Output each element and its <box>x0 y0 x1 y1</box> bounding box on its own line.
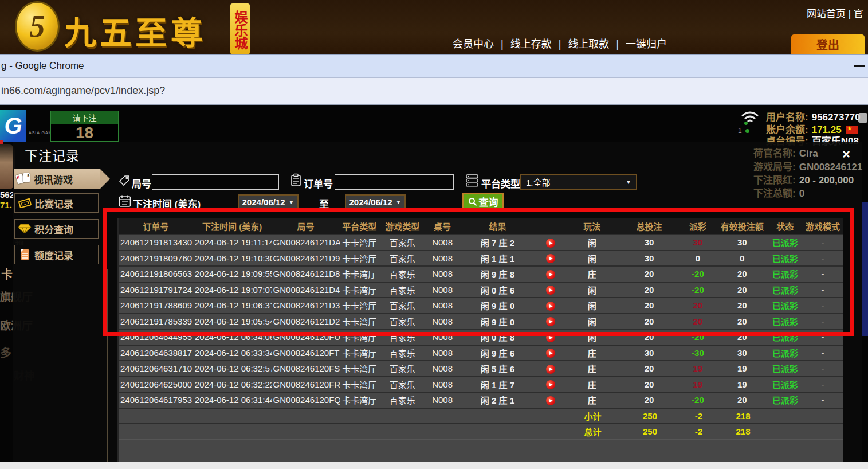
tab-label: 额度记录 <box>34 248 73 262</box>
chevron-down-icon: ▼ <box>396 199 402 205</box>
chevron-down-icon: ▼ <box>289 199 294 205</box>
table-empty-area <box>119 439 843 463</box>
cell-valid_bet: 19 <box>716 380 768 389</box>
cell-play: 庄 <box>565 378 619 390</box>
order-number-label: 订单号 <box>304 176 333 190</box>
totals-payout: -2 <box>680 427 717 436</box>
cell-replay <box>536 347 565 358</box>
cell-bet_time: 2024-06-12 06:31:44 <box>193 395 272 405</box>
cell-mode: - <box>802 348 843 358</box>
replay-button[interactable] <box>546 349 555 358</box>
totals-valid-bet: 218 <box>717 411 769 421</box>
nav-member-center[interactable]: 会员中心 <box>453 38 494 50</box>
grand-total-row: 总计250-2218 <box>119 423 843 439</box>
logo-glyph: 5 <box>30 9 45 44</box>
highlight-annotation-box <box>103 208 854 336</box>
cell-result: 闲 5 庄 6 <box>459 362 536 374</box>
dealer-name-row: 荷官名称:Cira <box>753 145 818 159</box>
chevron-down-icon: ▼ <box>626 179 631 185</box>
top-links[interactable]: 网站首页 | 官 <box>807 6 863 20</box>
url-text[interactable]: in66.com/agingame/pcv1/index.jsp? <box>1 85 165 97</box>
cell-platform: 卡卡湾厅 <box>340 347 379 359</box>
cell-valid_bet: 19 <box>716 364 768 373</box>
cell-total_bet: 20 <box>619 395 680 405</box>
main-nav: 会员中心|线上存款|线上取款|一键归户 <box>453 36 667 50</box>
order-number-input[interactable] <box>335 174 454 190</box>
cell-result: 闲 1 庄 7 <box>459 378 536 390</box>
cell-round_id: GN008246120FT <box>272 348 340 358</box>
total-bet-label: 下注总额: <box>753 188 796 199</box>
ticket-icon <box>15 200 34 207</box>
cell-replay <box>536 395 565 405</box>
fragment-duo: 多 <box>0 344 11 361</box>
cell-order_id: 240612064631710 <box>119 364 193 373</box>
cell-payout: 19 <box>679 380 716 389</box>
tab-video-games[interactable]: K9 视讯游戏 <box>14 169 100 189</box>
nav-one-key-transfer[interactable]: 一键归户 <box>626 38 667 50</box>
cell-payout: -20 <box>679 395 716 405</box>
bottom-strip <box>0 462 868 469</box>
minimize-button[interactable] <box>851 57 868 73</box>
cell-round_id: GN008246120FS <box>272 364 340 373</box>
site-logo-coin-icon: 5 <box>15 1 60 52</box>
minimize-icon <box>854 65 865 67</box>
modal-title: 下注记录 <box>25 145 80 165</box>
total-bet-value: 0 <box>799 188 804 199</box>
logout-button[interactable]: 登出 <box>791 34 865 54</box>
seat-dot-icon <box>745 129 749 133</box>
cell-replay <box>536 364 565 374</box>
date-from-value: 2024/06/12 <box>242 197 285 207</box>
cell-valid_bet: 20 <box>716 395 768 405</box>
game-round-label: 游戏局号: <box>753 162 796 173</box>
date-from-select[interactable]: 2024/06/12 ▼ <box>238 194 299 210</box>
platform-type-select[interactable]: 1.全部 ▼ <box>520 174 637 190</box>
platform-selected-value: 1.全部 <box>526 176 551 188</box>
countdown-value: 18 <box>50 124 119 142</box>
cards-icon: K9 <box>14 173 34 185</box>
replay-button[interactable] <box>546 380 555 389</box>
china-flag-icon: ★ <box>846 126 858 134</box>
tab-quota-records[interactable]: 额度记录 <box>14 245 99 264</box>
chrome-urlbar[interactable]: in66.com/agingame/pcv1/index.jsp? <box>0 77 868 105</box>
totals-total-bet: 250 <box>620 427 680 436</box>
cell-total_bet: 20 <box>619 380 680 389</box>
screen: 5 九五至尊 娱乐城 网站首页 | 官 会员中心|线上存款|线上取款|一键归户 … <box>0 0 868 469</box>
seat-marker: 1 <box>738 127 749 135</box>
game-round-value: GN008246121 <box>799 162 863 173</box>
bet-prompt: 请下注 <box>50 111 119 124</box>
cell-payout: 19 <box>679 364 716 373</box>
cell-play: 庄 <box>565 347 619 359</box>
bet-limit-row: 下注限红:20 - 200,000 <box>753 172 854 186</box>
ag-red-accent <box>0 140 3 144</box>
replay-button[interactable] <box>546 396 555 405</box>
round-number-label: 局号 <box>132 176 151 190</box>
cell-table_no: N008 <box>426 364 459 373</box>
round-number-input[interactable] <box>152 174 279 190</box>
cell-payout: -30 <box>679 348 716 358</box>
calendar-icon <box>119 194 131 208</box>
tab-match-records[interactable]: 比赛记录 <box>14 193 99 213</box>
site-logo-ribbon: 娱乐城 <box>230 3 250 54</box>
cell-platform: 卡卡湾厅 <box>340 394 379 406</box>
totals-total-bet: 250 <box>620 411 680 421</box>
cell-round_id: GN008246120FQ <box>272 395 340 405</box>
tab-label: 比赛记录 <box>34 196 73 210</box>
nav-separator: | <box>559 38 561 50</box>
cell-bet_time: 2024-06-12 06:32:22 <box>193 380 272 389</box>
cell-game_type: 百家乐 <box>379 347 426 359</box>
date-to-select[interactable]: 2024/06/12 ▼ <box>345 194 406 210</box>
search-button[interactable]: 查询 <box>462 193 504 210</box>
cell-order_id: 240612064625000 <box>119 380 193 389</box>
replay-button[interactable] <box>546 365 555 374</box>
cell-table_no: N008 <box>426 380 459 389</box>
nav-deposit[interactable]: 线上存款 <box>510 38 552 50</box>
cell-mode: - <box>802 395 843 405</box>
game-round-row: 游戏局号:GN008246121 <box>753 159 862 173</box>
cell-order_id: 240612064638817 <box>119 348 193 358</box>
cell-total_bet: 30 <box>619 348 680 358</box>
totals-label: 总计 <box>565 425 620 437</box>
nav-withdraw[interactable]: 线上取款 <box>568 38 609 50</box>
tab-points-query[interactable]: 积分查询 <box>14 219 99 239</box>
tag-icon <box>119 174 131 187</box>
site-banner: 5 九五至尊 娱乐城 网站首页 | 官 会员中心|线上存款|线上取款|一键归户 … <box>0 0 868 54</box>
